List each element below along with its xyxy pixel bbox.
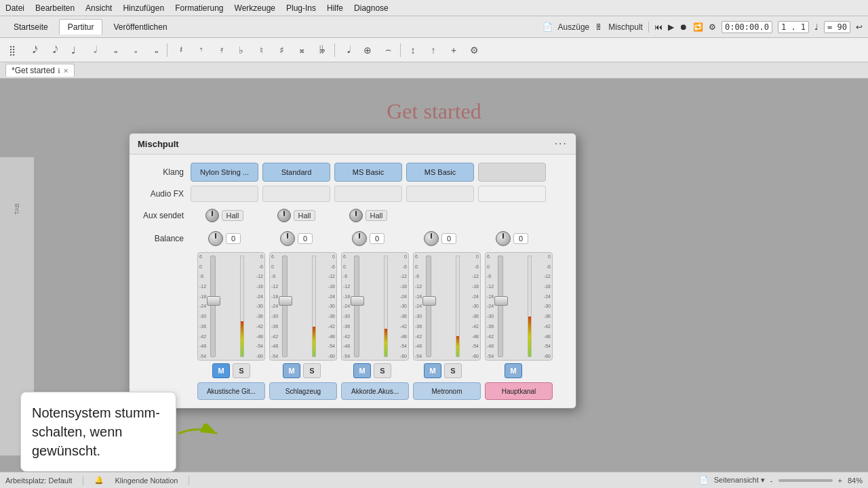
channel-name-4[interactable]: Hauptkanal — [485, 382, 553, 400]
klang-btn-1[interactable]: Standard — [262, 163, 330, 182]
toolbar-voice2[interactable]: ⊕ — [358, 41, 377, 60]
aux-knob-0[interactable] — [205, 209, 219, 222]
fader-area-3: 6 0 -6 -12 -18 -24 -30 -36 -42 -48 -54 — [413, 252, 481, 361]
fader-track-1[interactable] — [282, 256, 288, 357]
fader-track-2[interactable] — [354, 256, 359, 357]
toolbar-rest1[interactable]: 𝄽 — [170, 41, 189, 60]
solo-btn-0[interactable]: S — [233, 363, 250, 378]
vu-fill-4 — [528, 317, 531, 357]
toolbar-tie[interactable]: ⌢ — [378, 41, 397, 60]
vu-fill-1 — [313, 327, 315, 357]
fader-thumb-4[interactable] — [494, 296, 508, 306]
mute-btn-4[interactable]: M — [505, 363, 522, 378]
zoom-out-btn[interactable]: - — [770, 476, 773, 485]
audiofx-1[interactable] — [262, 186, 330, 202]
rewind-icon[interactable]: ⏮ — [654, 22, 663, 32]
balance-knob-1[interactable] — [280, 231, 295, 246]
toolbar-dflat[interactable]: 𝄫 — [313, 41, 332, 60]
zoom-in-btn[interactable]: + — [838, 476, 842, 485]
menu-plugins[interactable]: Plug-Ins — [286, 3, 316, 13]
aux-knob-1[interactable] — [277, 209, 291, 222]
menu-hinzufuegen[interactable]: Hinzufügen — [123, 3, 164, 13]
menu-werkzeuge[interactable]: Werkzeuge — [235, 3, 275, 13]
mute-btn-0[interactable]: M — [212, 363, 230, 378]
klang-btn-0[interactable]: Nylon String ... — [191, 163, 258, 182]
toolbar-flip[interactable]: ↕ — [403, 41, 422, 60]
fader-thumb-2[interactable] — [351, 296, 364, 306]
audiofx-3[interactable] — [406, 186, 474, 202]
klang-btn-2[interactable]: MS Basic — [334, 163, 402, 182]
toolbar-rest3[interactable]: 𝄿 — [211, 41, 230, 60]
toolbar-note6[interactable]: 𝅗 — [125, 41, 144, 60]
balance-knob-2[interactable] — [352, 231, 367, 246]
loop-icon[interactable]: 🔁 — [693, 22, 703, 32]
mute-btn-2[interactable]: M — [353, 363, 371, 378]
menu-formatierung[interactable]: Formatierung — [175, 3, 223, 13]
menu-diagnose[interactable]: Diagnose — [354, 3, 389, 13]
play-icon[interactable]: ▶ — [668, 22, 674, 32]
settings-icon[interactable]: ⚙ — [709, 22, 716, 32]
tab-info-icon[interactable]: ℹ — [58, 67, 60, 75]
audiofx-0[interactable] — [191, 186, 258, 202]
menu-bearbeiten[interactable]: Bearbeiten — [35, 3, 75, 13]
balance-knob-4[interactable] — [496, 231, 511, 246]
fader-thumb-3[interactable] — [422, 296, 436, 306]
balance-knob-0[interactable] — [208, 231, 223, 246]
toolbar-voice1[interactable]: 𝅘𝅥 — [338, 41, 357, 60]
audiofx-label: Audio FX — [136, 189, 191, 199]
toolbar-add[interactable]: + — [444, 41, 463, 60]
toolbar-note1[interactable]: 𝅘𝅥𝅯 — [23, 41, 42, 60]
audiofx-4[interactable] — [478, 186, 546, 202]
mute-btn-1[interactable]: M — [283, 363, 300, 378]
undo-icon[interactable]: ↩ — [856, 22, 863, 32]
aux-hall-2[interactable]: Hall — [366, 210, 388, 221]
ms-row: M S M S M S M S M — [136, 363, 569, 378]
aux-knob-2[interactable] — [349, 209, 363, 222]
nav-veroffentlichen[interactable]: Veröffentlichen — [105, 20, 175, 35]
toolbar-note4[interactable]: 𝅗𝅥 — [84, 41, 103, 60]
toolbar-note5[interactable]: 𝅝 — [104, 41, 123, 60]
fader-track-0[interactable] — [210, 256, 216, 357]
auszuege-label[interactable]: Auszüge — [558, 22, 590, 32]
channel-name-1[interactable]: Schlagzeug — [269, 382, 337, 400]
toolbar-rest2[interactable]: 𝄾 — [191, 41, 210, 60]
mischpult-label[interactable]: Mischpult — [608, 22, 643, 32]
menu-ansicht[interactable]: Ansicht — [85, 3, 112, 13]
zoom-slider[interactable] — [778, 479, 833, 482]
aux-hall-0[interactable]: Hall — [222, 210, 244, 221]
menu-hilfe[interactable]: Hilfe — [327, 3, 343, 13]
fader-track-3[interactable] — [426, 256, 431, 357]
aux-hall-1[interactable]: Hall — [294, 210, 316, 221]
record-icon[interactable]: ⏺ — [679, 22, 688, 32]
toolbar-note3[interactable]: ♩ — [64, 41, 83, 60]
solo-btn-2[interactable]: S — [374, 363, 391, 378]
aux-row: Aux sendet Hall Hall Hall — [136, 206, 569, 225]
fader-thumb-1[interactable] — [279, 296, 292, 306]
toolbar-sharp[interactable]: ♯ — [272, 41, 291, 60]
toolbar-flat[interactable]: ♭ — [231, 41, 250, 60]
balance-knob-3[interactable] — [424, 231, 439, 246]
channel-name-0[interactable]: Akustische Git... — [197, 382, 265, 400]
toolbar-dsharp[interactable]: 𝄪 — [292, 41, 311, 60]
nav-startseite[interactable]: Startseite — [5, 20, 56, 35]
klang-btn-3[interactable]: MS Basic — [406, 163, 474, 182]
toolbar-settings2[interactable]: ⚙ — [465, 41, 484, 60]
menu-datei[interactable]: Datei — [5, 3, 24, 13]
solo-btn-1[interactable]: S — [303, 363, 321, 378]
channel-name-3[interactable]: Metronom — [413, 382, 481, 400]
fader-thumb-0[interactable] — [207, 296, 220, 306]
toolbar-note7[interactable]: 𝅝 — [145, 41, 164, 60]
toolbar-note2[interactable]: 𝅘𝅥𝅮 — [43, 41, 62, 60]
toolbar-stem[interactable]: ↑ — [424, 41, 443, 60]
solo-btn-3[interactable]: S — [444, 363, 462, 378]
fader-track-4[interactable] — [498, 256, 503, 357]
channel-name-2[interactable]: Akkorde.Akus... — [341, 382, 409, 400]
toolbar-natural[interactable]: ♮ — [252, 41, 271, 60]
tab-close-icon[interactable]: ✕ — [63, 67, 68, 75]
page-view-label[interactable]: Seitenansicht ▾ — [714, 476, 765, 485]
nav-partitur[interactable]: Partitur — [59, 19, 103, 35]
audiofx-2[interactable] — [334, 186, 402, 202]
tab-get-started[interactable]: *Get started ℹ ✕ — [5, 64, 75, 77]
mute-btn-3[interactable]: M — [424, 363, 441, 378]
mixer-menu-dots[interactable]: ··· — [555, 138, 568, 150]
